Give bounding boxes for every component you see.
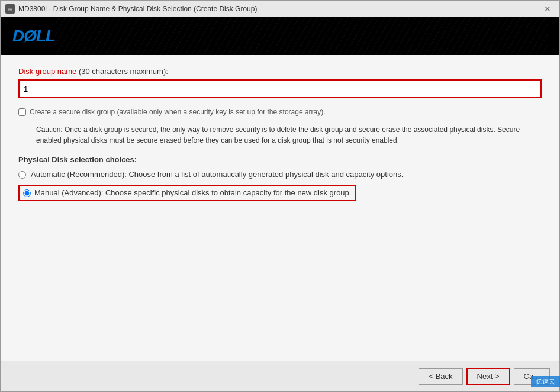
svg-rect-0 <box>7 5 14 12</box>
dell-header: DØLL <box>1 17 559 55</box>
title-bar: MD3800i - Disk Group Name & Physical Dis… <box>1 1 559 17</box>
title-bar-left: MD3800i - Disk Group Name & Physical Dis… <box>5 4 257 14</box>
secure-disk-group-label: Create a secure disk group (available on… <box>30 108 326 116</box>
watermark: 亿速云 <box>531 376 560 387</box>
manual-option-wrapper: Manual (Advanced): Choose specific physi… <box>18 185 356 201</box>
header-decoration <box>55 17 548 55</box>
main-window: MD3800i - Disk Group Name & Physical Dis… <box>0 0 560 392</box>
caution-text: Caution: Once a disk group is secured, t… <box>18 124 542 146</box>
secure-disk-group-option: Create a secure disk group (available on… <box>18 108 542 116</box>
secure-disk-group-checkbox[interactable] <box>18 108 26 116</box>
main-content: Disk group name (30 characters maximum):… <box>1 55 559 361</box>
manual-option-label: Manual (Advanced): Choose specific physi… <box>34 188 351 197</box>
automatic-option: Automatic (Recommended): Choose from a l… <box>18 170 542 179</box>
disk-group-name-label-suffix: (30 characters maximum): <box>76 67 168 76</box>
svg-rect-2 <box>8 9 12 11</box>
manual-radio[interactable] <box>23 189 31 197</box>
disk-group-name-input[interactable] <box>20 81 540 97</box>
manual-option: Manual (Advanced): Choose specific physi… <box>18 185 542 201</box>
close-button[interactable]: ✕ <box>540 3 555 15</box>
disk-group-name-field-group: Disk group name (30 characters maximum): <box>18 67 542 98</box>
physical-disk-section-title: Physical Disk selection choices: <box>18 155 542 164</box>
window-title: MD3800i - Disk Group Name & Physical Dis… <box>18 5 257 13</box>
back-button[interactable]: < Back <box>419 368 462 385</box>
dell-logo: DØLL <box>12 27 55 46</box>
disk-group-name-label: Disk group name (30 characters maximum): <box>18 67 542 76</box>
disk-group-name-label-underline: Disk group name <box>18 67 76 76</box>
disk-group-name-input-wrapper <box>18 79 542 98</box>
svg-rect-1 <box>8 8 12 9</box>
automatic-radio[interactable] <box>18 171 26 179</box>
footer: < Back Next > Ca... <box>1 361 559 391</box>
watermark-text: 亿速云 <box>536 378 555 385</box>
app-icon <box>5 4 15 14</box>
next-button[interactable]: Next > <box>466 368 510 385</box>
automatic-option-label: Automatic (Recommended): Choose from a l… <box>31 170 403 179</box>
